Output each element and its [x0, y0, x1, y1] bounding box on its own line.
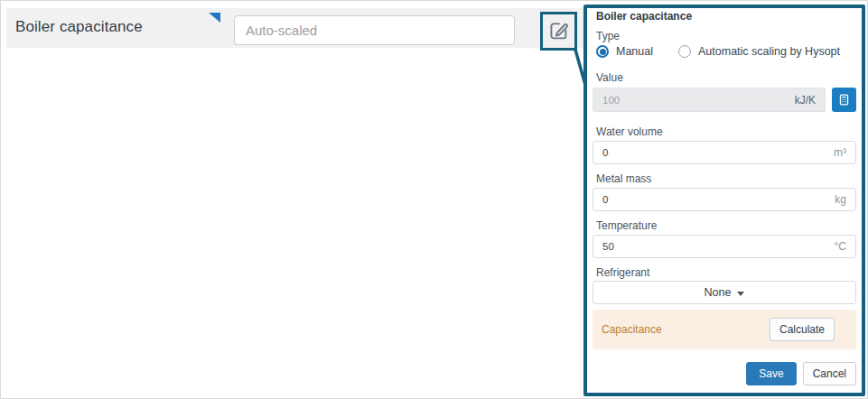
value-label: Value — [593, 71, 856, 84]
cancel-button[interactable]: Cancel — [803, 362, 856, 385]
popup-footer: Save Cancel — [593, 362, 856, 385]
chevron-down-icon — [737, 292, 744, 296]
type-radio-group: Manual Automatic scaling by Hysopt — [593, 45, 856, 58]
calculator-icon — [837, 93, 851, 107]
save-button[interactable]: Save — [746, 362, 796, 385]
calculator-button[interactable] — [832, 88, 856, 112]
temperature-label: Temperature — [593, 219, 856, 232]
refrigerant-label: Refrigerant — [593, 266, 856, 279]
radio-manual[interactable] — [596, 45, 609, 58]
water-volume-input[interactable]: 0 m³ — [593, 141, 856, 164]
value-row: 100 kJ/K — [593, 88, 856, 112]
screen: Boiler capacitance Boiler capacitance Ty… — [0, 0, 868, 399]
boiler-capacitance-popup: Boiler capacitance Type Manual Automatic… — [583, 5, 865, 396]
radio-automatic-label[interactable]: Automatic scaling by Hysopt — [698, 45, 840, 58]
refrigerant-dropdown[interactable]: None — [593, 281, 856, 304]
popup-title: Boiler capacitance — [593, 10, 856, 23]
calculate-button[interactable]: Calculate — [770, 318, 835, 341]
capacitance-label: Capacitance — [602, 323, 770, 336]
metal-mass-value: 0 — [602, 194, 835, 205]
radio-manual-label[interactable]: Manual — [616, 45, 653, 58]
temperature-value: 50 — [602, 241, 835, 252]
water-volume-value: 0 — [602, 147, 834, 158]
value-unit: kJ/K — [795, 94, 816, 107]
value-input: 100 kJ/K — [593, 88, 826, 112]
parameter-input[interactable] — [234, 15, 515, 45]
capacitance-section: Capacitance Calculate — [593, 310, 856, 349]
type-label: Type — [593, 30, 856, 42]
temperature-input[interactable]: 50 °C — [593, 235, 856, 258]
edit-pencil-icon — [546, 19, 571, 43]
parameter-label: Boiler capacitance — [15, 18, 143, 36]
refrigerant-selected-value: None — [705, 286, 732, 299]
water-volume-unit: m³ — [834, 146, 846, 159]
value-input-value: 100 — [602, 95, 795, 106]
radio-dot-icon — [600, 49, 606, 55]
water-volume-label: Water volume — [593, 125, 856, 138]
metal-mass-unit: kg — [835, 193, 846, 206]
metal-mass-input[interactable]: 0 kg — [593, 188, 856, 211]
radio-automatic[interactable] — [678, 45, 691, 58]
temperature-unit: °C — [835, 240, 846, 253]
edit-button[interactable] — [540, 12, 577, 51]
metal-mass-label: Metal mass — [593, 172, 856, 185]
